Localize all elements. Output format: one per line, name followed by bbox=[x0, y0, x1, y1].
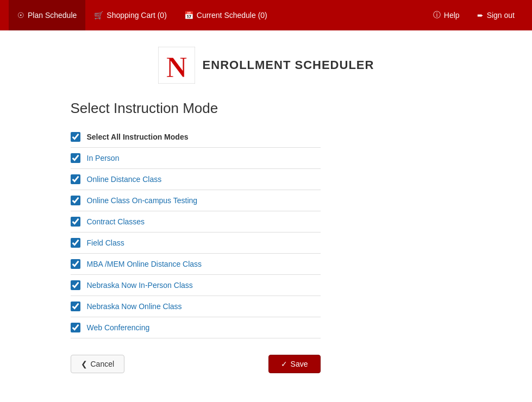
nav-current-schedule-label: Current Schedule (0) bbox=[197, 11, 267, 20]
checkbox-label-chk_online_distance[interactable]: Online Distance Class bbox=[87, 175, 162, 184]
nav-current-schedule[interactable]: 📅 Current Schedule (0) bbox=[176, 0, 276, 30]
nav-help[interactable]: ⓘ Help bbox=[424, 0, 468, 30]
checkbox-label-chk_contract[interactable]: Contract Classes bbox=[87, 217, 145, 226]
checkbox-chk_online_distance[interactable] bbox=[71, 174, 80, 184]
checkbox-label-chk_web_conf[interactable]: Web Conferencing bbox=[87, 323, 150, 332]
cart-icon: 🛒 bbox=[94, 11, 103, 20]
checkbox-row: Nebraska Now Online Class bbox=[71, 296, 321, 317]
checkbox-chk_in_person[interactable] bbox=[71, 153, 80, 163]
page-title: Select Instruction Mode bbox=[71, 100, 462, 117]
cancel-label: Cancel bbox=[91, 360, 115, 368]
nav-shopping-cart[interactable]: 🛒 Shopping Cart (0) bbox=[85, 0, 176, 30]
checkbox-chk_field[interactable] bbox=[71, 238, 80, 248]
nav-plan-schedule[interactable]: ☉ Plan Schedule bbox=[9, 0, 85, 30]
button-row: ❮ Cancel ✓ Save bbox=[71, 355, 321, 373]
navbar: ☉ Plan Schedule 🛒 Shopping Cart (0) 📅 Cu… bbox=[0, 0, 532, 30]
checkbox-chk_all[interactable] bbox=[71, 132, 80, 142]
checkbox-label-chk_in_person[interactable]: In Person bbox=[87, 154, 120, 162]
checkbox-chk_web_conf[interactable] bbox=[71, 323, 80, 332]
checkbox-chk_contract[interactable] bbox=[71, 217, 80, 227]
nav-sign-out[interactable]: ➨ Sign out bbox=[468, 0, 523, 30]
checkbox-chk_mba[interactable] bbox=[71, 259, 80, 269]
checkbox-label-chk_nebraska_online[interactable]: Nebraska Now Online Class bbox=[87, 302, 182, 311]
checkbox-list: Select All Instruction ModesIn PersonOnl… bbox=[71, 127, 321, 338]
nav-help-label: Help bbox=[444, 11, 460, 20]
nav-plan-schedule-label: Plan Schedule bbox=[28, 11, 77, 20]
nav-left: ☉ Plan Schedule 🛒 Shopping Cart (0) 📅 Cu… bbox=[9, 0, 276, 30]
checkbox-label-chk_all[interactable]: Select All Instruction Modes bbox=[87, 133, 189, 141]
checkbox-row: Online Distance Class bbox=[71, 169, 321, 190]
checkbox-label-chk_mba[interactable]: MBA /MEM Online Distance Class bbox=[87, 260, 202, 268]
checkbox-row: Web Conferencing bbox=[71, 317, 321, 338]
svg-text:N: N bbox=[166, 51, 187, 84]
checkbox-label-chk_field[interactable]: Field Class bbox=[87, 238, 124, 247]
logo-area: N ENROLLMENT SCHEDULER bbox=[71, 47, 462, 84]
cancel-button[interactable]: ❮ Cancel bbox=[71, 355, 125, 373]
checkbox-row: In Person bbox=[71, 148, 321, 169]
cancel-chevron-icon: ❮ bbox=[81, 360, 87, 368]
enrollment-scheduler-title: ENROLLMENT SCHEDULER bbox=[203, 58, 374, 72]
nav-right: ⓘ Help ➨ Sign out bbox=[424, 0, 523, 30]
save-label: Save bbox=[291, 360, 308, 368]
save-button[interactable]: ✓ Save bbox=[268, 355, 321, 373]
help-icon: ⓘ bbox=[433, 10, 441, 20]
checkbox-row: Online Class On-campus Testing bbox=[71, 190, 321, 211]
checkbox-label-chk_online_campus[interactable]: Online Class On-campus Testing bbox=[87, 196, 198, 205]
nav-sign-out-label: Sign out bbox=[487, 11, 515, 20]
save-checkmark-icon: ✓ bbox=[281, 360, 287, 368]
checkbox-chk_nebraska_in_person[interactable] bbox=[71, 280, 80, 290]
calendar-icon: 📅 bbox=[184, 11, 193, 20]
checkbox-row: Field Class bbox=[71, 233, 321, 254]
nav-shopping-cart-label: Shopping Cart (0) bbox=[107, 11, 167, 20]
checkbox-chk_online_campus[interactable] bbox=[71, 196, 80, 205]
main-content: N ENROLLMENT SCHEDULER Select Instructio… bbox=[60, 30, 473, 390]
checkbox-label-chk_nebraska_in_person[interactable]: Nebraska Now In-Person Class bbox=[87, 281, 193, 290]
checkbox-chk_nebraska_online[interactable] bbox=[71, 302, 80, 311]
checkbox-row: Contract Classes bbox=[71, 211, 321, 233]
plan-schedule-icon: ☉ bbox=[17, 11, 24, 20]
checkbox-row: Nebraska Now In-Person Class bbox=[71, 275, 321, 296]
university-logo: N bbox=[158, 47, 195, 84]
checkbox-row: Select All Instruction Modes bbox=[71, 127, 321, 148]
checkbox-row: MBA /MEM Online Distance Class bbox=[71, 254, 321, 275]
sign-out-icon: ➨ bbox=[477, 11, 484, 20]
